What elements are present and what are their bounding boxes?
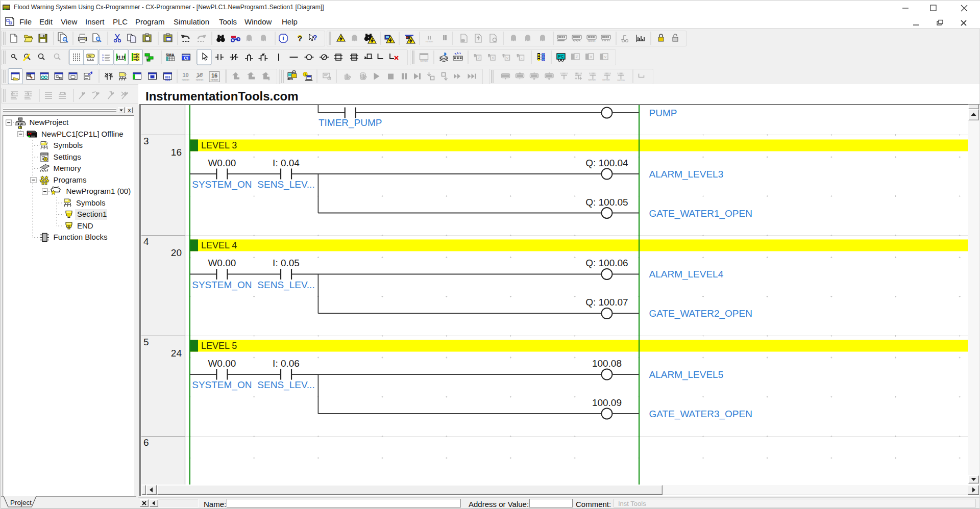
svg-text:GATE_WATER3_OPEN: GATE_WATER3_OPEN bbox=[649, 409, 752, 420]
svg-text:Memory: Memory bbox=[54, 164, 82, 172]
svg-text:GATE_WATER2_OPEN: GATE_WATER2_OPEN bbox=[649, 308, 752, 319]
svg-text:W0.00: W0.00 bbox=[208, 158, 236, 168]
svg-text:SENS_LEV...: SENS_LEV... bbox=[257, 279, 314, 291]
svg-text:I: 0.04: I: 0.04 bbox=[273, 158, 300, 168]
svg-text:100.08: 100.08 bbox=[592, 358, 622, 369]
svg-text:#: # bbox=[268, 78, 270, 81]
svg-text:W0.00: W0.00 bbox=[208, 258, 236, 268]
svg-text:PUMP: PUMP bbox=[649, 108, 677, 118]
svg-text:?: ? bbox=[298, 34, 302, 43]
svg-text:ALARM_LEVEL3: ALARM_LEVEL3 bbox=[649, 169, 724, 180]
svg-text:3: 3 bbox=[143, 136, 149, 146]
svg-text:002: 002 bbox=[165, 78, 170, 81]
svg-text:ronron: ronron bbox=[602, 78, 610, 81]
svg-text:X: X bbox=[590, 55, 593, 59]
svg-text:Q: 100.04: Q: 100.04 bbox=[585, 158, 628, 168]
svg-text:ronron: ronron bbox=[588, 39, 596, 42]
svg-text:v: v bbox=[506, 56, 508, 60]
svg-text:ronron: ronron bbox=[617, 79, 625, 82]
svg-text:LEVEL 5: LEVEL 5 bbox=[201, 341, 237, 351]
svg-text:Symbols: Symbols bbox=[54, 141, 83, 149]
svg-text:SYSTEM_ON: SYSTEM_ON bbox=[192, 279, 252, 291]
svg-text:Q: 100.06: Q: 100.06 bbox=[585, 258, 628, 268]
svg-text:GATE_WATER1_OPEN: GATE_WATER1_OPEN bbox=[649, 208, 752, 219]
svg-text:Section1: Section1 bbox=[77, 210, 107, 218]
svg-text:SENS_LEV...: SENS_LEV... bbox=[257, 179, 314, 190]
svg-text:5: 5 bbox=[143, 337, 149, 347]
svg-text:6: 6 bbox=[143, 437, 149, 448]
svg-text:I: 0.05: I: 0.05 bbox=[273, 258, 300, 268]
svg-text:CI: CI bbox=[184, 56, 188, 61]
svg-text:ALARM_LEVEL4: ALARM_LEVEL4 bbox=[649, 269, 724, 280]
svg-text:LEVEL 4: LEVEL 4 bbox=[201, 240, 237, 250]
svg-text:ronron: ronron bbox=[182, 78, 189, 81]
svg-text:ronron: ronron bbox=[588, 78, 596, 81]
svg-text:W0.00: W0.00 bbox=[208, 358, 236, 369]
svg-text:I: 0.06: I: 0.06 bbox=[273, 358, 300, 369]
svg-text:END: END bbox=[77, 221, 93, 230]
svg-text:v: v bbox=[604, 55, 606, 59]
svg-text:Q: 100.07: Q: 100.07 bbox=[585, 297, 628, 308]
svg-text:Project: Project bbox=[10, 499, 32, 506]
svg-text:SYSTEM_ON: SYSTEM_ON bbox=[192, 179, 252, 190]
svg-text:PC: PC bbox=[558, 54, 564, 59]
svg-text:ronron: ronron bbox=[420, 59, 428, 62]
svg-text:16: 16 bbox=[171, 147, 182, 158]
svg-text:Function Blocks: Function Blocks bbox=[54, 233, 108, 241]
svg-text:H H: H H bbox=[117, 55, 125, 60]
svg-text:SENS_LEV...: SENS_LEV... bbox=[257, 379, 314, 391]
svg-text:X: X bbox=[492, 56, 495, 60]
svg-text:ALARM_LEVEL5: ALARM_LEVEL5 bbox=[649, 369, 724, 380]
svg-text:10: 10 bbox=[182, 72, 188, 78]
svg-text:-: - bbox=[521, 56, 523, 60]
svg-text:?: ? bbox=[313, 34, 317, 42]
svg-text:4: 4 bbox=[143, 236, 149, 247]
svg-text:Z: Z bbox=[478, 56, 480, 60]
svg-text:ronron: ronron bbox=[211, 78, 218, 81]
svg-text:NewProgram1 (00): NewProgram1 (00) bbox=[66, 187, 131, 195]
svg-text:Settings: Settings bbox=[54, 152, 81, 161]
svg-text:SYSTEM_ON: SYSTEM_ON bbox=[192, 379, 252, 391]
svg-text:Q: 100.05: Q: 100.05 bbox=[585, 197, 628, 208]
svg-text:ronron: ronron bbox=[196, 78, 204, 81]
svg-text:20: 20 bbox=[171, 247, 182, 258]
svg-text:24: 24 bbox=[171, 348, 182, 359]
svg-text:100.09: 100.09 bbox=[592, 397, 622, 408]
svg-text:NewPLC1[CP1L] Offline: NewPLC1[CP1L] Offline bbox=[41, 130, 124, 138]
svg-text:Z: Z bbox=[576, 55, 578, 59]
svg-text:Symbols: Symbols bbox=[76, 198, 106, 207]
svg-text:w: w bbox=[88, 54, 91, 58]
svg-text:TIMER_PUMP: TIMER_PUMP bbox=[318, 117, 382, 129]
svg-text:!: ! bbox=[305, 73, 306, 77]
svg-text:ronron: ronron bbox=[426, 40, 433, 43]
svg-text:Programs: Programs bbox=[54, 175, 87, 184]
svg-text:NewProject: NewProject bbox=[30, 118, 69, 126]
svg-text:i: i bbox=[282, 35, 284, 42]
svg-text:LEVEL 3: LEVEL 3 bbox=[201, 140, 237, 150]
